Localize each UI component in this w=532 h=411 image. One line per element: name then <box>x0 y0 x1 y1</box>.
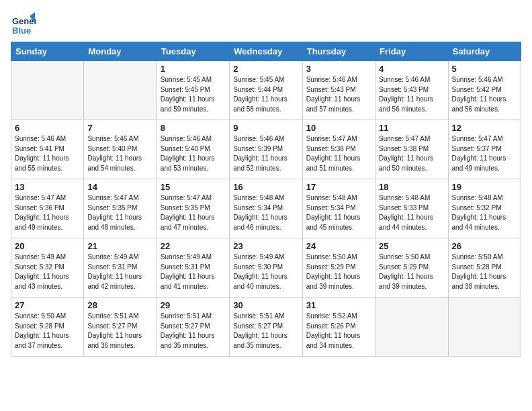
day-info: Sunrise: 5:48 AM Sunset: 5:34 PM Dayligh… <box>233 193 298 232</box>
column-header-thursday: Thursday <box>302 42 375 61</box>
day-info: Sunrise: 5:49 AM Sunset: 5:31 PM Dayligh… <box>161 253 226 291</box>
calendar-cell: 26Sunrise: 5:50 AM Sunset: 5:28 PM Dayli… <box>448 238 521 298</box>
calendar-week-row: 20Sunrise: 5:49 AM Sunset: 5:32 PM Dayli… <box>11 238 521 298</box>
day-number: 3 <box>306 64 371 74</box>
calendar-cell: 19Sunrise: 5:48 AM Sunset: 5:32 PM Dayli… <box>448 179 521 238</box>
calendar-cell: 8Sunrise: 5:46 AM Sunset: 5:40 PM Daylig… <box>157 120 229 179</box>
day-number: 25 <box>379 241 444 251</box>
calendar-cell: 9Sunrise: 5:46 AM Sunset: 5:39 PM Daylig… <box>230 120 302 179</box>
calendar-cell: 21Sunrise: 5:49 AM Sunset: 5:31 PM Dayli… <box>84 238 157 298</box>
day-info: Sunrise: 5:50 AM Sunset: 5:28 PM Dayligh… <box>15 312 80 351</box>
calendar-cell: 1Sunrise: 5:45 AM Sunset: 5:45 PM Daylig… <box>157 61 229 120</box>
day-info: Sunrise: 5:46 AM Sunset: 5:43 PM Dayligh… <box>306 75 371 114</box>
calendar-cell: 4Sunrise: 5:46 AM Sunset: 5:43 PM Daylig… <box>375 61 448 120</box>
day-number: 18 <box>379 182 444 192</box>
calendar-cell: 20Sunrise: 5:49 AM Sunset: 5:32 PM Dayli… <box>11 238 84 298</box>
day-info: Sunrise: 5:45 AM Sunset: 5:44 PM Dayligh… <box>233 75 298 114</box>
day-number: 16 <box>233 182 298 192</box>
day-info: Sunrise: 5:46 AM Sunset: 5:40 PM Dayligh… <box>87 134 152 173</box>
day-info: Sunrise: 5:52 AM Sunset: 5:26 PM Dayligh… <box>306 312 371 351</box>
column-header-wednesday: Wednesday <box>230 42 302 61</box>
day-number: 5 <box>452 64 517 74</box>
calendar-cell: 29Sunrise: 5:51 AM Sunset: 5:27 PM Dayli… <box>157 298 229 357</box>
day-info: Sunrise: 5:45 AM Sunset: 5:45 PM Dayligh… <box>161 75 226 114</box>
column-header-tuesday: Tuesday <box>157 42 229 61</box>
svg-text:Blue: Blue <box>12 26 31 36</box>
day-info: Sunrise: 5:47 AM Sunset: 5:38 PM Dayligh… <box>306 134 371 173</box>
logo-icon: General Blue <box>11 11 36 36</box>
day-number: 22 <box>161 241 226 251</box>
calendar-cell: 12Sunrise: 5:47 AM Sunset: 5:37 PM Dayli… <box>448 120 521 179</box>
day-number: 30 <box>233 300 298 310</box>
day-number: 21 <box>87 241 152 251</box>
day-info: Sunrise: 5:47 AM Sunset: 5:35 PM Dayligh… <box>161 193 226 232</box>
day-number: 31 <box>306 300 371 310</box>
day-number: 1 <box>161 64 226 74</box>
day-info: Sunrise: 5:47 AM Sunset: 5:36 PM Dayligh… <box>15 193 80 232</box>
day-info: Sunrise: 5:49 AM Sunset: 5:30 PM Dayligh… <box>233 253 298 291</box>
day-info: Sunrise: 5:51 AM Sunset: 5:27 PM Dayligh… <box>161 312 226 351</box>
day-info: Sunrise: 5:51 AM Sunset: 5:27 PM Dayligh… <box>233 312 298 351</box>
day-number: 26 <box>452 241 517 251</box>
calendar-week-row: 27Sunrise: 5:50 AM Sunset: 5:28 PM Dayli… <box>11 298 521 357</box>
calendar-cell: 30Sunrise: 5:51 AM Sunset: 5:27 PM Dayli… <box>230 298 302 357</box>
day-number: 8 <box>161 123 226 133</box>
day-info: Sunrise: 5:46 AM Sunset: 5:40 PM Dayligh… <box>161 134 226 173</box>
calendar-week-row: 13Sunrise: 5:47 AM Sunset: 5:36 PM Dayli… <box>11 179 521 238</box>
calendar-cell: 6Sunrise: 5:46 AM Sunset: 5:41 PM Daylig… <box>11 120 84 179</box>
day-info: Sunrise: 5:48 AM Sunset: 5:33 PM Dayligh… <box>379 193 444 232</box>
day-info: Sunrise: 5:49 AM Sunset: 5:31 PM Dayligh… <box>87 253 152 291</box>
day-info: Sunrise: 5:49 AM Sunset: 5:32 PM Dayligh… <box>15 253 80 291</box>
day-number: 9 <box>233 123 298 133</box>
day-number: 17 <box>306 182 371 192</box>
day-number: 4 <box>379 64 444 74</box>
page-header: General Blue <box>11 11 521 36</box>
calendar-cell: 25Sunrise: 5:50 AM Sunset: 5:29 PM Dayli… <box>375 238 448 298</box>
calendar-cell: 17Sunrise: 5:48 AM Sunset: 5:34 PM Dayli… <box>302 179 375 238</box>
day-number: 29 <box>161 300 226 310</box>
day-number: 15 <box>161 182 226 192</box>
calendar-cell: 16Sunrise: 5:48 AM Sunset: 5:34 PM Dayli… <box>230 179 302 238</box>
calendar-cell <box>448 298 521 357</box>
day-info: Sunrise: 5:46 AM Sunset: 5:41 PM Dayligh… <box>15 134 80 173</box>
day-info: Sunrise: 5:50 AM Sunset: 5:29 PM Dayligh… <box>379 253 444 291</box>
day-info: Sunrise: 5:48 AM Sunset: 5:34 PM Dayligh… <box>306 193 371 232</box>
day-info: Sunrise: 5:47 AM Sunset: 5:38 PM Dayligh… <box>379 134 444 173</box>
calendar-cell: 22Sunrise: 5:49 AM Sunset: 5:31 PM Dayli… <box>157 238 229 298</box>
day-number: 10 <box>306 123 371 133</box>
calendar-cell: 13Sunrise: 5:47 AM Sunset: 5:36 PM Dayli… <box>11 179 84 238</box>
day-number: 27 <box>15 300 80 310</box>
day-number: 19 <box>452 182 517 192</box>
day-info: Sunrise: 5:47 AM Sunset: 5:35 PM Dayligh… <box>87 193 152 232</box>
day-number: 14 <box>87 182 152 192</box>
day-number: 7 <box>87 123 152 133</box>
day-number: 12 <box>452 123 517 133</box>
day-info: Sunrise: 5:50 AM Sunset: 5:28 PM Dayligh… <box>452 253 517 291</box>
calendar-cell: 31Sunrise: 5:52 AM Sunset: 5:26 PM Dayli… <box>302 298 375 357</box>
calendar-week-row: 6Sunrise: 5:46 AM Sunset: 5:41 PM Daylig… <box>11 120 521 179</box>
calendar-cell: 5Sunrise: 5:46 AM Sunset: 5:42 PM Daylig… <box>448 61 521 120</box>
calendar-cell: 18Sunrise: 5:48 AM Sunset: 5:33 PM Dayli… <box>375 179 448 238</box>
day-number: 28 <box>87 300 152 310</box>
calendar-cell: 11Sunrise: 5:47 AM Sunset: 5:38 PM Dayli… <box>375 120 448 179</box>
column-header-sunday: Sunday <box>11 42 84 61</box>
day-info: Sunrise: 5:46 AM Sunset: 5:39 PM Dayligh… <box>233 134 298 173</box>
calendar-cell: 7Sunrise: 5:46 AM Sunset: 5:40 PM Daylig… <box>84 120 157 179</box>
calendar-cell <box>84 61 157 120</box>
logo: General Blue <box>11 11 39 36</box>
day-number: 11 <box>379 123 444 133</box>
column-header-saturday: Saturday <box>448 42 521 61</box>
calendar-cell <box>375 298 448 357</box>
day-info: Sunrise: 5:46 AM Sunset: 5:43 PM Dayligh… <box>379 75 444 114</box>
day-number: 23 <box>233 241 298 251</box>
calendar-week-row: 1Sunrise: 5:45 AM Sunset: 5:45 PM Daylig… <box>11 61 521 120</box>
day-number: 13 <box>15 182 80 192</box>
calendar-cell: 23Sunrise: 5:49 AM Sunset: 5:30 PM Dayli… <box>230 238 302 298</box>
day-number: 6 <box>15 123 80 133</box>
calendar-cell <box>11 61 84 120</box>
calendar-cell: 2Sunrise: 5:45 AM Sunset: 5:44 PM Daylig… <box>230 61 302 120</box>
calendar-table: SundayMondayTuesdayWednesdayThursdayFrid… <box>11 42 521 357</box>
calendar-cell: 14Sunrise: 5:47 AM Sunset: 5:35 PM Dayli… <box>84 179 157 238</box>
day-number: 24 <box>306 241 371 251</box>
day-info: Sunrise: 5:51 AM Sunset: 5:27 PM Dayligh… <box>87 312 152 351</box>
